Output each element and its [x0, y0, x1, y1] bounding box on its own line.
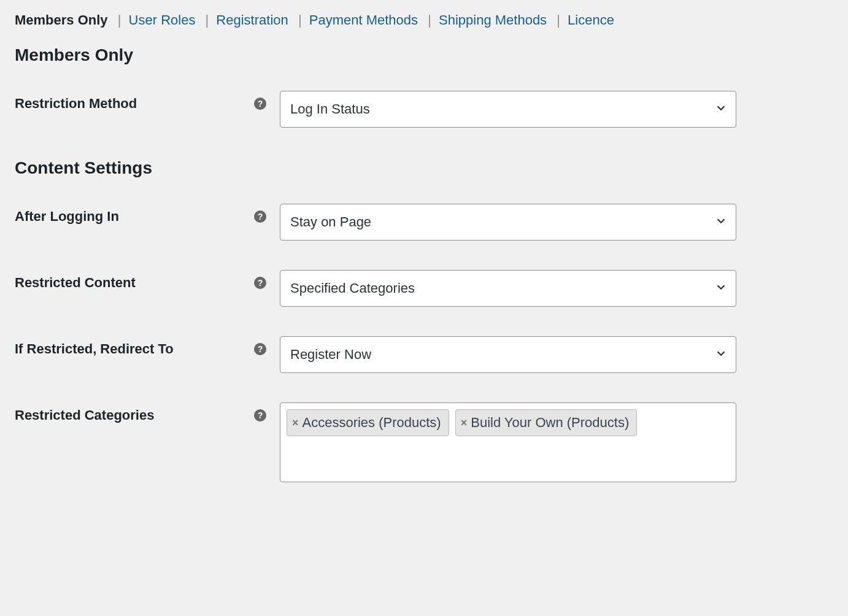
tag-item: × Accessories (Products) [287, 409, 449, 436]
tag-item: × Build Your Own (Products) [455, 409, 638, 436]
tag-label: Accessories (Products) [303, 415, 441, 431]
tab-separator: | [298, 12, 302, 28]
tab-separator: | [428, 12, 431, 28]
label-restriction-method: Restriction Method [15, 96, 137, 112]
select-after-logging-in[interactable]: Stay on Page [280, 204, 736, 241]
tab-shipping-methods[interactable]: Shipping Methods [439, 12, 547, 28]
tab-licence[interactable]: Licence [568, 12, 614, 28]
label-restricted-categories: Restricted Categories [15, 407, 154, 423]
row-restricted-content: Restricted Content ? Specified Categorie… [15, 270, 833, 307]
tab-user-roles[interactable]: User Roles [129, 12, 196, 28]
select-restricted-content[interactable]: Specified Categories [280, 270, 736, 307]
close-icon[interactable]: × [292, 417, 299, 429]
help-icon[interactable]: ? [254, 277, 266, 289]
tab-separator: | [118, 12, 121, 28]
close-icon[interactable]: × [461, 417, 468, 429]
label-redirect-to: If Restricted, Redirect To [15, 341, 174, 357]
tab-registration[interactable]: Registration [216, 12, 288, 28]
label-after-logging-in: After Logging In [15, 209, 119, 225]
settings-tabs: Members Only | User Roles | Registration… [15, 12, 833, 28]
tab-payment-methods[interactable]: Payment Methods [309, 12, 418, 28]
row-after-logging-in: After Logging In ? Stay on Page [15, 204, 833, 241]
help-icon[interactable]: ? [254, 210, 266, 223]
row-redirect-to: If Restricted, Redirect To ? Register No… [15, 336, 833, 373]
row-restricted-categories: Restricted Categories ? × Accessories (P… [15, 402, 833, 482]
row-restriction-method: Restriction Method ? Log In Status [15, 91, 833, 128]
help-icon[interactable]: ? [254, 409, 266, 422]
help-icon[interactable]: ? [254, 98, 266, 110]
section-heading-members-only: Members Only [15, 45, 833, 65]
select-restriction-method[interactable]: Log In Status [280, 91, 736, 128]
select-redirect-to[interactable]: Register Now [280, 336, 736, 373]
label-restricted-content: Restricted Content [15, 275, 136, 291]
help-icon[interactable]: ? [254, 343, 266, 355]
tab-separator: | [557, 12, 560, 28]
section-heading-content-settings: Content Settings [15, 158, 833, 178]
tab-members-only[interactable]: Members Only [15, 12, 108, 28]
tag-input-restricted-categories[interactable]: × Accessories (Products) × Build Your Ow… [280, 402, 736, 482]
tag-label: Build Your Own (Products) [471, 415, 629, 431]
tab-separator: | [206, 12, 209, 28]
